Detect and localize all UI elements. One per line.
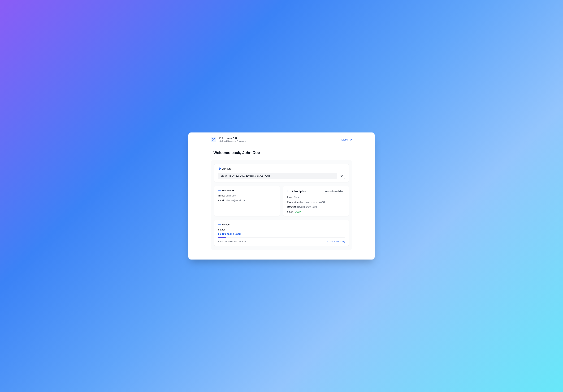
scan-icon bbox=[212, 138, 215, 141]
brand-subtitle: Intelligent Document Processing bbox=[218, 140, 246, 142]
usage-progress-fill bbox=[218, 237, 226, 238]
name-label: Name: bbox=[218, 194, 225, 197]
usage-plan: Starter bbox=[218, 228, 345, 231]
manage-subscription-button[interactable]: Manage Subscription bbox=[323, 189, 345, 194]
usage-title: Usage bbox=[222, 223, 230, 226]
renews-label: Renews: bbox=[287, 206, 296, 208]
api-key-title: API Key bbox=[222, 167, 231, 170]
logout-button[interactable]: Logout bbox=[341, 138, 352, 141]
renews-value: November 30, 2024 bbox=[297, 206, 317, 208]
status-value: Active bbox=[295, 210, 302, 213]
usage-card: Usage Starter 6 / 100 scans used Resets … bbox=[214, 220, 349, 246]
svg-point-0 bbox=[213, 140, 214, 140]
payment-method-label: Payment Method: bbox=[287, 201, 305, 203]
subscription-title: Subscription bbox=[291, 190, 306, 193]
cards-container: API Key idscn_4N_Uy-pBaLXFA_sEydgehSwunf… bbox=[211, 160, 352, 250]
email-value: johndoe@email.com bbox=[226, 199, 246, 202]
name-value: John Doe bbox=[226, 194, 236, 197]
email-label: Email: bbox=[218, 199, 224, 202]
copy-api-key-button[interactable] bbox=[339, 173, 345, 179]
credit-card-icon bbox=[287, 190, 290, 193]
brand-logo bbox=[211, 137, 216, 142]
status-label: Status: bbox=[287, 210, 294, 213]
plan-value: Starter bbox=[294, 196, 300, 198]
usage-reset-text: Resets on November 30, 2024 bbox=[218, 240, 246, 243]
copy-icon bbox=[341, 175, 343, 177]
brand-title: ID Scanner API bbox=[218, 137, 246, 140]
welcome-heading: Welcome back, John Doe bbox=[211, 150, 352, 155]
logout-icon bbox=[350, 138, 352, 141]
usage-count: 6 / 100 scans used bbox=[218, 233, 345, 235]
svg-marker-2 bbox=[218, 168, 221, 170]
usage-remaining-text: 94 scans remaining bbox=[327, 240, 345, 243]
basic-info-title: Basic Info bbox=[222, 189, 234, 192]
brand: ID Scanner API Intelligent Document Proc… bbox=[211, 137, 246, 142]
subscription-card: Subscription Manage Subscription Plan: S… bbox=[283, 185, 349, 216]
logout-label: Logout bbox=[341, 138, 348, 141]
api-key-card: API Key idscn_4N_Uy-pBaLXFA_sEydgehSwunf… bbox=[214, 164, 349, 182]
plan-label: Plan: bbox=[287, 196, 292, 198]
svg-rect-4 bbox=[287, 190, 290, 192]
dashboard-window: ID Scanner API Intelligent Document Proc… bbox=[188, 133, 375, 259]
main-content: Welcome back, John Doe API Key idscn_4N_… bbox=[188, 142, 375, 250]
header: ID Scanner API Intelligent Document Proc… bbox=[188, 137, 375, 142]
activity-icon bbox=[218, 223, 221, 226]
activity-icon bbox=[218, 189, 221, 192]
payment-method-value: visa ending in 4242 bbox=[306, 201, 325, 203]
zap-icon bbox=[218, 167, 221, 170]
svg-rect-3 bbox=[342, 176, 343, 177]
usage-progress-bar bbox=[218, 237, 345, 238]
api-key-value: idscn_4N_Uy-pBaLXFA_sEydgehSwunf0S77LMM bbox=[218, 173, 337, 179]
basic-info-card: Basic Info Name: John Doe Email: johndoe… bbox=[214, 185, 280, 216]
